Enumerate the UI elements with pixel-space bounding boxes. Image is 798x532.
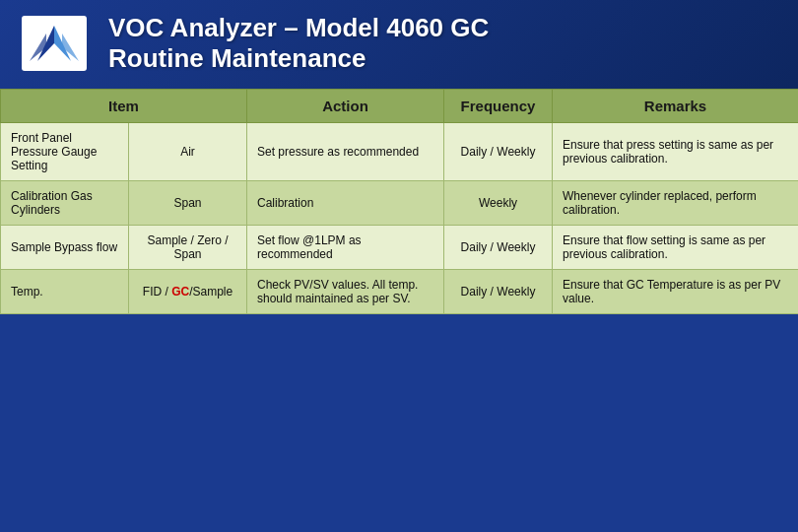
logo <box>20 14 89 73</box>
table-row: Temp. FID / GC/Sample Check PV/SV values… <box>1 270 799 314</box>
row3-remarks: Ensure that flow setting is same as per … <box>553 226 799 270</box>
row4-item2: FID / GC/Sample <box>129 270 247 314</box>
row4-item1: Temp. <box>1 270 129 314</box>
col-header-action: Action <box>247 90 444 123</box>
row2-item2: Span <box>129 181 247 226</box>
row1-remarks: Ensure that press setting is same as per… <box>553 123 799 181</box>
row2-action: Calibration <box>247 181 444 226</box>
row1-action: Set pressure as recommended <box>247 123 444 181</box>
row4-gc-highlight: GC <box>171 285 189 299</box>
page-title-line2: Routine Maintenance <box>108 43 489 74</box>
table-row: Calibration Gas Cylinders Span Calibrati… <box>1 181 799 226</box>
title-block: VOC Analyzer – Model 4060 GC Routine Mai… <box>108 13 489 74</box>
row2-remarks: Whenever cylinder replaced, perform cali… <box>553 181 799 226</box>
maintenance-table: Item Action Frequency Remarks Front Pane… <box>0 89 798 314</box>
row4-item2-post: /Sample <box>189 285 233 299</box>
row4-action: Check PV/SV values. All temp. should mai… <box>247 270 444 314</box>
row3-frequency: Daily / Weekly <box>444 226 553 270</box>
row4-remarks: Ensure that GC Temperature is as per PV … <box>553 270 799 314</box>
row4-frequency: Daily / Weekly <box>444 270 553 314</box>
header: VOC Analyzer – Model 4060 GC Routine Mai… <box>0 0 798 89</box>
col-header-frequency: Frequency <box>444 90 553 123</box>
row3-action: Set flow @1LPM as recommended <box>247 226 444 270</box>
row4-item2-pre: FID / <box>143 285 171 299</box>
table-row: Sample Bypass flow Sample / Zero / Span … <box>1 226 799 270</box>
row2-frequency: Weekly <box>444 181 553 226</box>
row2-item1: Calibration Gas Cylinders <box>1 181 129 226</box>
col-header-remarks: Remarks <box>553 90 799 123</box>
col-header-item: Item <box>1 90 247 123</box>
row1-item1: Front Panel Pressure Gauge Setting <box>1 123 129 181</box>
page-title-line1: VOC Analyzer – Model 4060 GC <box>108 13 489 43</box>
row1-item2: Air <box>129 123 247 181</box>
table-row: Front Panel Pressure Gauge Setting Air S… <box>1 123 799 181</box>
row1-frequency: Daily / Weekly <box>444 123 553 181</box>
row3-item2: Sample / Zero / Span <box>129 226 247 270</box>
row3-item1: Sample Bypass flow <box>1 226 129 270</box>
